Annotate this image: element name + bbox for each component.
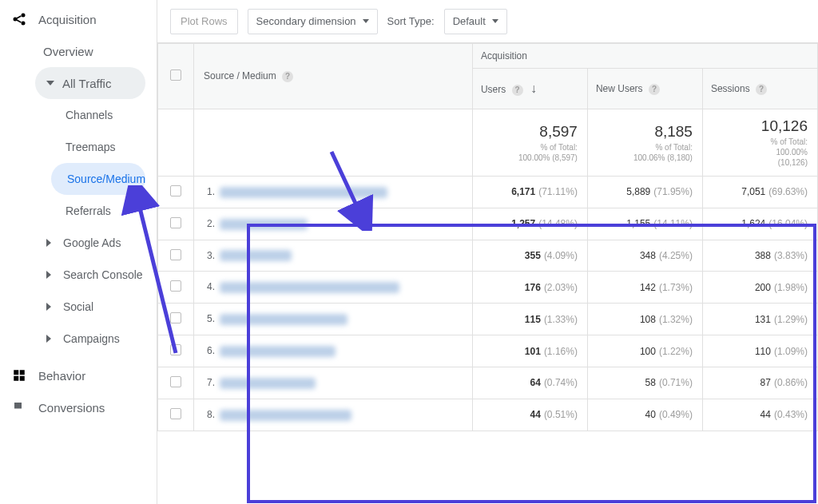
help-icon[interactable]: ? [282,71,293,82]
row-index: 4. [202,281,215,292]
secondary-dimension-dropdown[interactable]: Secondary dimension [248,9,378,34]
table-toolbar: Plot Rows Secondary dimension Sort Type:… [157,0,818,43]
nav-campaigns-label: Campaigns [63,332,120,345]
row-dimension[interactable]: 4. [194,272,473,304]
nav-search-console[interactable]: Search Console [0,259,157,291]
sort-type-label: Sort Type: [387,15,435,27]
sort-type-dropdown[interactable]: Default [444,9,507,34]
expand-down-icon [46,81,54,85]
row-dimension[interactable]: 6. [194,335,473,367]
nav-all-traffic[interactable]: All Traffic [35,67,145,99]
table-row: 3.355(4.09%)348(4.25%)388(3.83%) [158,240,818,272]
nav-channels[interactable]: Channels [0,99,157,131]
nav-referrals-label: Referrals [66,204,111,217]
row-checkbox-cell[interactable] [158,208,194,240]
expand-right-icon [46,239,55,247]
checkbox-icon[interactable] [170,312,181,323]
nav-treemaps[interactable]: Treemaps [0,131,157,163]
row-sessions: 44(0.43%) [702,399,817,431]
row-new-users: 40(0.49%) [587,399,702,431]
row-dimension[interactable]: 3. [194,240,473,272]
checkbox-icon[interactable] [170,280,181,292]
metric-group-acquisition: Acquisition [472,44,817,69]
row-sessions: 110(1.09%) [702,335,817,367]
table-row: 1.6,171(71.11%)5,889(71.95%)7,051(69.63%… [158,177,818,208]
nav-overview[interactable]: Overview [0,35,157,67]
nav-social-label: Social [63,300,93,313]
row-new-users: 142(1.73%) [587,272,702,304]
secondary-dimension-label: Secondary dimension [256,15,356,27]
table-row: 5.115(1.33%)108(1.32%)131(1.29%) [158,304,818,335]
col-sessions[interactable]: Sessions ? [702,69,817,109]
row-dimension[interactable]: 8. [194,399,473,431]
main-panel: Plot Rows Secondary dimension Sort Type:… [157,0,818,504]
row-index: 5. [202,313,215,324]
checkbox-icon[interactable] [170,376,181,387]
nav-conversions[interactable]: Conversions [0,391,157,423]
svg-rect-6 [20,370,25,375]
help-icon[interactable]: ? [512,85,523,96]
checkbox-icon[interactable] [170,408,181,419]
redacted-source [220,346,336,357]
conversions-icon [0,400,38,415]
row-checkbox-cell[interactable] [158,399,194,431]
row-new-users: 1,155(14.11%) [587,208,702,240]
nav-source-medium[interactable]: Source/Medium [51,163,145,195]
nav-campaigns[interactable]: Campaigns [0,323,157,355]
row-users: 6,171(71.11%) [472,177,587,208]
total-sessions: 10,126 % of Total: 100.00% (10,126) [702,109,817,177]
nav-search-console-label: Search Console [63,268,143,281]
checkbox-icon[interactable] [170,185,181,196]
checkbox-icon[interactable] [170,217,181,228]
nav-conversions-label: Conversions [38,401,105,415]
expand-right-icon [46,303,55,311]
total-sessions-sub: % of Total: 100.00% (10,126) [713,137,808,168]
expand-right-icon [46,271,55,279]
col-users[interactable]: Users ? ↓ [472,69,587,109]
row-checkbox-cell[interactable] [158,335,194,367]
dimension-header[interactable]: Source / Medium ? [194,44,473,109]
row-checkbox-cell[interactable] [158,272,194,304]
checkbox-icon[interactable] [170,344,181,355]
checkbox-icon[interactable] [170,69,181,81]
redacted-source [220,282,399,293]
help-icon[interactable]: ? [649,84,660,95]
row-checkbox-cell[interactable] [158,240,194,272]
table-row: 2.1,257(14.48%)1,155(14.11%)1,624(16.04%… [158,208,818,240]
total-new-users-value: 8,185 [598,123,693,141]
behavior-icon [0,368,38,383]
row-checkbox-cell[interactable] [158,177,194,208]
total-new-users: 8,185 % of Total: 100.06% (8,180) [587,109,702,177]
plot-rows-button[interactable]: Plot Rows [170,9,238,34]
help-icon[interactable]: ? [756,84,767,95]
row-sessions: 87(0.86%) [702,367,817,399]
nav-acquisition[interactable]: Acquisition [0,3,157,35]
metric-group-acquisition-label: Acquisition [481,50,527,62]
nav-behavior[interactable]: Behavior [0,359,157,391]
row-dimension[interactable]: 1. [194,177,473,208]
total-users: 8,597 % of Total: 100.00% (8,597) [472,109,587,177]
row-users: 101(1.16%) [472,335,587,367]
row-users: 44(0.51%) [472,399,587,431]
nav-all-traffic-label: All Traffic [62,77,111,90]
row-checkbox-cell[interactable] [158,304,194,335]
row-dimension[interactable]: 5. [194,304,473,335]
col-new-users-label: New Users [596,83,643,94]
redacted-source [220,314,347,325]
select-all-cell[interactable] [158,44,194,109]
checkbox-icon[interactable] [170,249,181,260]
nav-google-ads[interactable]: Google Ads [0,227,157,259]
svg-point-1 [22,14,26,18]
nav-google-ads-label: Google Ads [63,236,121,249]
redacted-source [220,378,316,389]
nav-behavior-label: Behavior [38,369,85,383]
col-new-users[interactable]: New Users ? [587,69,702,109]
row-sessions: 388(3.83%) [702,240,817,272]
nav-referrals[interactable]: Referrals [0,195,157,227]
row-checkbox-cell[interactable] [158,367,194,399]
nav-channels-label: Channels [66,109,113,121]
row-dimension[interactable]: 7. [194,367,473,399]
row-dimension[interactable]: 2. [194,208,473,240]
caret-down-icon [363,19,369,23]
nav-social[interactable]: Social [0,291,157,323]
